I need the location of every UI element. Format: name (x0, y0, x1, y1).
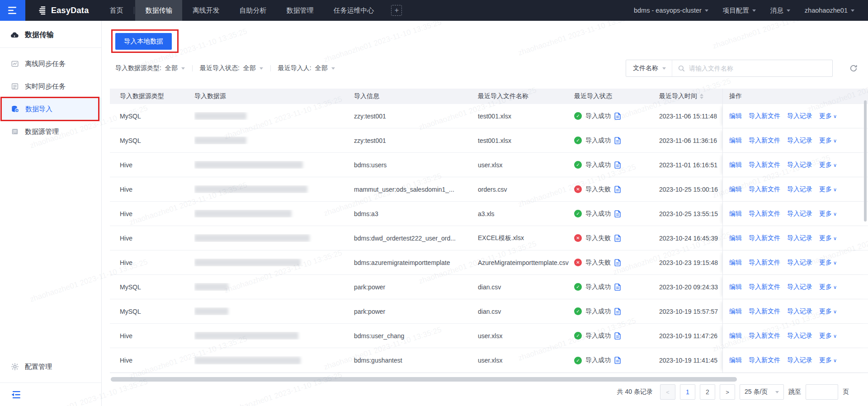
import-new-file-link[interactable]: 导入新文件 (749, 210, 780, 218)
more-link[interactable]: 更多 (819, 234, 837, 242)
topbar-right-menu: bdms - easyops-cluster 项目配置 消息 zhaohaozh… (634, 0, 868, 21)
import-log-file-icon[interactable] (614, 137, 621, 144)
page-button-1[interactable]: 1 (680, 384, 695, 400)
import-records-link[interactable]: 导入记录 (787, 356, 812, 364)
more-link[interactable]: 更多 (819, 210, 837, 218)
nav-home[interactable]: 首页 (99, 0, 133, 21)
import-log-file-icon[interactable] (614, 357, 621, 364)
edit-link[interactable]: 编辑 (729, 112, 742, 120)
sidebar-item-datasource-management[interactable]: 数据源管理 (0, 120, 101, 143)
import-log-file-icon[interactable] (614, 210, 621, 217)
table-row: Hive bdms:user_chang user.xlsx 导入成功 2023… (110, 324, 868, 348)
cell-time: 2023-10-19 11:47:26 (659, 332, 722, 340)
import-new-file-link[interactable]: 导入新文件 (749, 112, 780, 120)
import-log-file-icon[interactable] (614, 332, 621, 340)
import-records-link[interactable]: 导入记录 (787, 307, 812, 316)
table-row: Hive bdms:users user.xlsx 导入成功 2023-11-0… (110, 153, 868, 177)
more-link[interactable]: 更多 (819, 307, 837, 316)
import-new-file-link[interactable]: 导入新文件 (749, 307, 780, 316)
chevron-down-icon (851, 9, 854, 12)
prev-page-button[interactable] (660, 384, 675, 400)
more-link[interactable]: 更多 (819, 137, 837, 145)
import-records-link[interactable]: 导入记录 (787, 161, 812, 169)
import-new-file-link[interactable]: 导入新文件 (749, 259, 780, 267)
nav-task-ops-center[interactable]: 任务运维中心 (323, 0, 384, 21)
status-icon (574, 357, 582, 364)
import-new-file-link[interactable]: 导入新文件 (749, 356, 780, 364)
refresh-button[interactable] (849, 64, 858, 73)
import-log-file-icon[interactable] (614, 259, 621, 266)
nav-data-management[interactable]: 数据管理 (276, 0, 323, 21)
import-records-link[interactable]: 导入记录 (787, 332, 812, 340)
add-nav-entry-button[interactable]: + (391, 5, 402, 16)
import-records-link[interactable]: 导入记录 (787, 185, 812, 194)
more-link[interactable]: 更多 (819, 332, 837, 340)
user-menu[interactable]: zhaohaozhe01 (805, 7, 854, 14)
import-records-link[interactable]: 导入记录 (787, 283, 812, 291)
horizontal-scrollbar[interactable] (111, 377, 737, 382)
nav-data-transfer[interactable]: 数据传输 (135, 0, 182, 21)
import-log-file-icon[interactable] (614, 235, 621, 242)
import-records-link[interactable]: 导入记录 (787, 210, 812, 218)
import-new-file-link[interactable]: 导入新文件 (749, 332, 780, 340)
import-new-file-link[interactable]: 导入新文件 (749, 161, 780, 169)
import-new-file-link[interactable]: 导入新文件 (749, 234, 780, 242)
sidebar-footer: 配置管理 (0, 355, 101, 406)
sidebar-item-realtime-sync[interactable]: 实时同步任务 (0, 75, 101, 98)
project-config-menu[interactable]: 项目配置 (723, 6, 756, 15)
edit-link[interactable]: 编辑 (729, 234, 742, 242)
nav-offline-dev[interactable]: 离线开发 (182, 0, 229, 21)
import-records-link[interactable]: 导入记录 (787, 259, 812, 267)
more-link[interactable]: 更多 (819, 185, 837, 194)
import-log-file-icon[interactable] (614, 161, 621, 169)
next-page-button[interactable] (720, 384, 735, 400)
sidebar-item-data-import[interactable]: 数据导入 (0, 98, 101, 120)
import-new-file-link[interactable]: 导入新文件 (749, 137, 780, 145)
edit-link[interactable]: 编辑 (729, 332, 742, 340)
filter-import-status[interactable]: 最近导入状态: 全部 (200, 64, 263, 72)
more-link[interactable]: 更多 (819, 356, 837, 364)
page-size-select[interactable]: 25 条/页 (740, 384, 784, 400)
sidebar-item-config-management[interactable]: 配置管理 (0, 355, 101, 378)
cluster-selector[interactable]: bdms - easyops-cluster (634, 7, 708, 14)
edit-link[interactable]: 编辑 (729, 161, 742, 169)
edit-link[interactable]: 编辑 (729, 185, 742, 194)
filter-datasource-type[interactable]: 导入数据源类型: 全部 (115, 64, 185, 72)
edit-link[interactable]: 编辑 (729, 210, 742, 218)
search-field-selector[interactable]: 文件名称 (626, 60, 672, 76)
edit-link[interactable]: 编辑 (729, 356, 742, 364)
edit-link[interactable]: 编辑 (729, 307, 742, 316)
nav-self-analysis[interactable]: 自助分析 (229, 0, 276, 21)
more-link[interactable]: 更多 (819, 283, 837, 291)
menu-toggle-button[interactable] (0, 0, 25, 21)
import-log-file-icon[interactable] (614, 283, 621, 291)
more-link[interactable]: 更多 (819, 112, 837, 120)
edit-link[interactable]: 编辑 (729, 137, 742, 145)
edit-link[interactable]: 编辑 (729, 283, 742, 291)
import-log-file-icon[interactable] (614, 113, 621, 120)
import-new-file-link[interactable]: 导入新文件 (749, 185, 780, 194)
edit-link[interactable]: 编辑 (729, 259, 742, 267)
sidebar-item-offline-sync[interactable]: 离线同步任务 (0, 52, 101, 75)
col-header-time[interactable]: 最近导入时间 (659, 92, 722, 100)
jump-page-input[interactable] (806, 384, 838, 400)
search-input[interactable] (689, 65, 832, 72)
import-records-link[interactable]: 导入记录 (787, 137, 812, 145)
more-link[interactable]: 更多 (819, 259, 837, 267)
import-records-link[interactable]: 导入记录 (787, 112, 812, 120)
sort-icons[interactable] (700, 94, 703, 99)
more-link[interactable]: 更多 (819, 161, 837, 169)
vertical-scrollbar[interactable] (864, 100, 867, 222)
filter-import-user[interactable]: 最近导入人: 全部 (278, 64, 335, 72)
col-header-filename: 最近导入文件名称 (478, 92, 574, 100)
messages-menu[interactable]: 消息 (770, 6, 790, 15)
import-new-file-link[interactable]: 导入新文件 (749, 283, 780, 291)
import-local-data-button[interactable]: 导入本地数据 (115, 33, 172, 50)
import-records-link[interactable]: 导入记录 (787, 234, 812, 242)
import-log-file-icon[interactable] (614, 186, 621, 193)
import-log-file-icon[interactable] (614, 308, 621, 315)
page-button-2[interactable]: 2 (700, 384, 715, 400)
cell-actions: 编辑 导入新文件 导入记录 更多 (722, 202, 868, 226)
cell-datasource (194, 112, 354, 120)
collapse-sidebar-icon[interactable] (11, 391, 21, 399)
